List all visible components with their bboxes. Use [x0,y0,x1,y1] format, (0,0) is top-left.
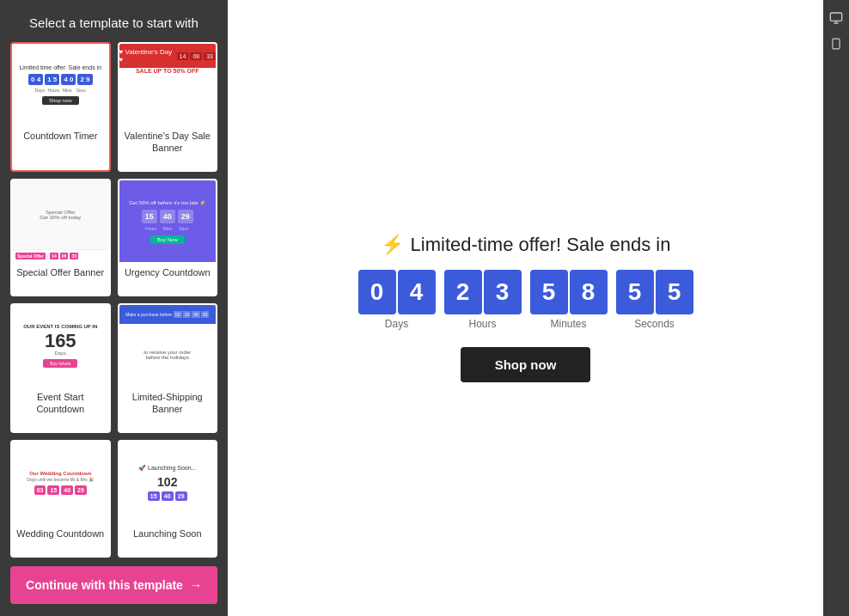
preview-minutes-pair: 5 8 [530,270,608,314]
preview-days-label: Days [385,318,408,330]
template-label-urgency: Urgency Countdown [119,262,217,284]
preview-minutes-ones: 8 [570,270,608,314]
continue-button[interactable]: Continue with this template → [10,566,217,604]
template-card-special-offer[interactable]: Special OfferGet 30% off today Special O… [10,179,111,296]
template-card-countdown-timer[interactable]: Limited time offer. Sale ends in 0 4 1 5… [10,42,111,172]
preview-unit-minutes: 5 8 Minutes [530,270,608,330]
template-label-wedding: Wedding Countdown [12,523,109,545]
preview-hours-tens: 2 [444,270,482,314]
template-label-countdown: Countdown Timer [12,125,109,147]
template-thumb-urgency: Get 50% off before it's too late ⚡ 15 40… [119,180,217,262]
mobile-icon[interactable] [825,33,847,55]
template-card-event-start[interactable]: OUR EVENT IS COMING UP IN 165 Days Buy t… [10,303,111,433]
template-thumb-countdown: Limited time offer. Sale ends in 0 4 1 5… [12,44,109,125]
preview-seconds-pair: 5 5 [616,270,693,314]
template-thumb-wedding: Our Wedding Countdown Days until we beco… [12,442,109,523]
template-card-limited-shipping[interactable]: Make a purchase before 02 15 40 33 to re… [118,303,218,433]
preview-seconds-tens: 5 [616,270,654,314]
preview-days-pair: 0 4 [358,270,436,314]
preview-title-text: Limited-time offer! Sale ends in [411,234,671,256]
template-thumb-valentine: ♥ Valentine's Day ♥ 14 08 33 SALE UP TO … [119,44,217,125]
preview-unit-seconds: 5 5 Seconds [616,270,693,330]
desktop-icon[interactable] [825,7,847,29]
template-label-special: Special Offer Banner [12,262,109,284]
side-toolbar [823,0,849,616]
preview-title: ⚡ Limited-time offer! Sale ends in [381,234,671,256]
template-label-valentine: Valentine's Day Sale Banner [119,125,217,160]
sidebar-footer: Continue with this template → [0,558,228,616]
template-label-limited: Limited-Shipping Banner [119,387,217,421]
svg-rect-3 [833,39,840,49]
template-card-urgency[interactable]: Get 50% off before it's too late ⚡ 15 40… [118,179,218,296]
preview-unit-hours: 2 3 Hours [444,270,522,330]
preview-days-tens: 0 [358,270,396,314]
preview-hours-label: Hours [468,318,496,330]
preview-hours-ones: 3 [484,270,522,314]
template-label-launch: Launching Soon [119,523,217,545]
preview-hours-pair: 2 3 [444,270,522,314]
template-thumb-launch: 🚀 Launching Soon... 102 15 40 29 [119,442,217,523]
lightning-icon: ⚡ [381,234,404,256]
template-thumb-special: Special OfferGet 30% off today Special O… [12,180,109,262]
main-preview: ⚡ Limited-time offer! Sale ends in 0 4 D… [228,0,823,616]
preview-unit-days: 0 4 Days [358,270,436,330]
template-thumb-limited: Make a purchase before 02 15 40 33 to re… [119,305,217,387]
svg-rect-0 [830,13,841,21]
preview-shop-button[interactable]: Shop now [461,347,591,382]
template-card-launching[interactable]: 🚀 Launching Soon... 102 15 40 29 Launchi… [118,440,218,558]
template-thumb-event: OUR EVENT IS COMING UP IN 165 Days Buy t… [12,305,109,387]
preview-days-ones: 4 [398,270,436,314]
preview-seconds-ones: 5 [656,270,693,314]
sidebar: Select a template to start with Limited … [0,0,228,616]
template-card-valentines[interactable]: ♥ Valentine's Day ♥ 14 08 33 SALE UP TO … [118,42,218,172]
preview-minutes-tens: 5 [530,270,568,314]
template-card-wedding[interactable]: Our Wedding Countdown Days until we beco… [10,440,111,558]
sidebar-header: Select a template to start with [0,0,228,42]
preview-minutes-label: Minutes [550,318,586,330]
preview-widget: ⚡ Limited-time offer! Sale ends in 0 4 D… [358,234,693,382]
template-grid: Limited time offer. Sale ends in 0 4 1 5… [0,42,228,558]
template-label-event: Event Start Countdown [12,387,109,421]
preview-seconds-label: Seconds [634,318,675,330]
preview-digits: 0 4 Days 2 3 Hours 5 8 Minutes [358,270,693,330]
